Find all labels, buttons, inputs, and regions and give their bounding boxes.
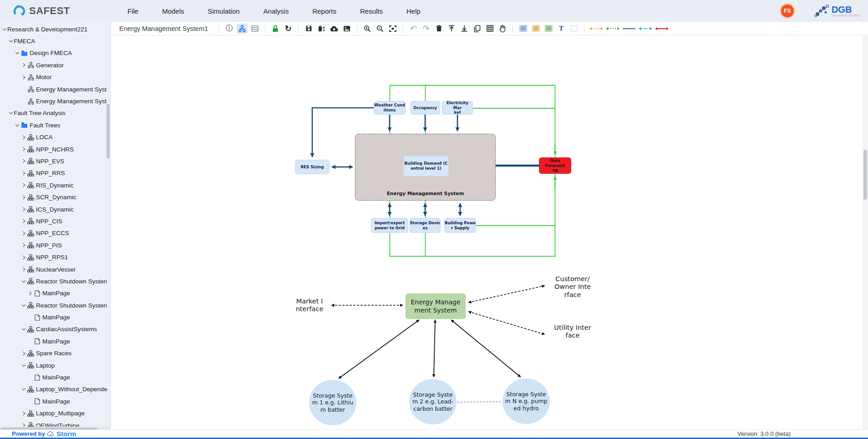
tree-item-cardiacassistsystems[interactable]: CardiacAssistSystems (0, 323, 110, 335)
label-utility-interface[interactable]: Utility Inter face (547, 324, 598, 339)
tree-item-generator[interactable]: Generator (0, 59, 110, 71)
grid-icon[interactable] (484, 24, 495, 34)
tree-item-scr-dynamic[interactable]: SCR_Dynamic (0, 191, 110, 203)
chevron-right-icon[interactable] (20, 207, 26, 212)
tree-item-npp-rrs[interactable]: NPP_RRS (0, 167, 110, 179)
connector-cyan-dashdot-tool[interactable] (638, 24, 653, 34)
menu-file[interactable]: File (127, 7, 138, 15)
chevron-right-icon[interactable] (20, 410, 26, 416)
import-bottom-icon[interactable] (459, 24, 470, 34)
node-occupancy[interactable]: Occupancy (410, 101, 440, 115)
chevron-right-icon[interactable] (20, 230, 26, 236)
tree-item-fault-trees[interactable]: Fault Trees (0, 119, 110, 131)
menu-simulation[interactable]: Simulation (208, 7, 240, 15)
chevron-right-icon[interactable] (20, 74, 26, 80)
connector-navy-solid-tool[interactable] (622, 24, 636, 34)
node-storage-system-n[interactable]: Storage Syste m N e.g. pump ed hydro (503, 378, 550, 424)
node-building-demand[interactable]: Building Demand (C ontrol level 1) (403, 156, 449, 177)
menu-help[interactable]: Help (406, 7, 421, 15)
node-yellow-tool[interactable] (530, 24, 541, 34)
label-market-interface[interactable]: Market I nterface (289, 298, 330, 313)
refresh-icon[interactable]: ↻ (283, 24, 294, 34)
chevron-right-icon[interactable] (20, 242, 26, 248)
chevron-down-icon[interactable] (20, 363, 26, 368)
tree-item-ris-dynamic[interactable]: RIS_Dynamic (0, 179, 110, 191)
chevron-right-icon[interactable] (20, 158, 26, 164)
tree-item-npp-rps1[interactable]: NPP_RPS1 (0, 251, 110, 263)
chevron-down-icon[interactable] (20, 326, 26, 332)
delete-sweep-icon[interactable] (316, 24, 327, 34)
tree-item-energy-management-syst[interactable]: Energy Management Syst (0, 83, 110, 95)
connector-red-solid-tool[interactable] (655, 24, 669, 34)
cloud-download-icon[interactable] (329, 24, 340, 34)
connector-orange-dashed-tool[interactable] (589, 24, 604, 34)
menu-models[interactable]: Models (162, 7, 184, 15)
menu-analysis[interactable]: Analysis (264, 7, 289, 15)
chevron-down-icon[interactable] (14, 50, 20, 56)
node-blue-tool[interactable] (518, 24, 528, 34)
chevron-right-icon[interactable] (20, 254, 26, 260)
tree-item-mainpage[interactable]: MainPage (0, 288, 110, 299)
tree-item-npp-nchrs[interactable]: NPP_NCHRS (0, 143, 110, 155)
chevron-down-icon[interactable] (14, 122, 20, 128)
tree-item-spare-races[interactable]: Spare Races (0, 348, 110, 359)
node-ems-green[interactable]: Energy Manage ment System (406, 293, 466, 319)
save-icon[interactable] (303, 24, 314, 34)
chevron-right-icon[interactable] (20, 146, 26, 152)
node-building-power-supply[interactable]: Building Powe r Supply (444, 218, 476, 233)
tree-item-npp-evs[interactable]: NPP_EVS (0, 155, 110, 167)
tree-item-nuclearvessel[interactable]: NuclearVessel (0, 263, 110, 275)
trash-icon[interactable] (433, 24, 444, 34)
tree-item-npp-cis[interactable]: NPP_CIS (0, 215, 110, 227)
chevron-down-icon[interactable] (20, 278, 26, 284)
tree-item-npp-eccs[interactable]: NPP_ECCS (0, 227, 110, 239)
node-weather-conditions[interactable]: Weather Cond itions (374, 101, 406, 115)
tree-item-reactor-shutdown-systen[interactable]: Reactor Shutdown Systen (0, 299, 110, 311)
diagram-canvas[interactable]: Weather Cond itions Occupancy Electricit… (111, 36, 868, 429)
node-green-tool[interactable] (543, 24, 554, 34)
chevron-down-icon[interactable] (1, 26, 7, 32)
zoom-in-icon[interactable] (362, 24, 373, 34)
frame-tool[interactable] (569, 24, 579, 34)
tree-item-research-development221[interactable]: Research & Development221 (0, 23, 110, 35)
zoom-out-icon[interactable] (375, 24, 386, 34)
label-customer-owner-interface[interactable]: Customer/ Owner Inte rface (547, 276, 598, 298)
chevron-down-icon[interactable] (20, 303, 26, 308)
node-import-export[interactable]: Import/export power to Grid (371, 218, 408, 233)
tree-item-mainpage[interactable]: MainPage (0, 335, 110, 347)
sidebar-vertical-scrollbar[interactable] (107, 104, 110, 158)
chevron-down-icon[interactable] (20, 386, 26, 392)
chevron-right-icon[interactable] (20, 134, 26, 140)
chevron-right-icon[interactable] (20, 218, 26, 224)
tree-item-mainpage[interactable]: MainPage (0, 395, 110, 407)
menu-results[interactable]: Results (360, 7, 383, 15)
lock-icon[interactable] (270, 24, 281, 34)
powered-by[interactable]: Powered by Storm (0, 430, 76, 438)
node-electricity-market[interactable]: Electricity Mar ket (442, 101, 473, 115)
sitemap-view-icon[interactable] (237, 24, 248, 34)
tree-item-loca[interactable]: LOCA (0, 131, 110, 143)
chevron-right-icon[interactable] (27, 290, 33, 296)
node-storage-system-1[interactable]: Storage Syste m 1 e.g. Lithiu m batter (309, 380, 356, 425)
table-view-icon[interactable] (249, 24, 260, 34)
chevron-right-icon[interactable] (20, 267, 26, 272)
node-storage-devices[interactable]: Storage Devic es (410, 218, 441, 233)
canvas-vertical-scrollbar[interactable] (863, 36, 868, 429)
tree-item-fault-tree-analysis[interactable]: Fault Tree Analysis (0, 107, 110, 119)
undo-icon[interactable]: ↶ (408, 24, 419, 34)
fit-screen-icon[interactable] (387, 24, 398, 34)
tree-item-design-fmeca[interactable]: Design FMECA (0, 47, 110, 59)
info-icon[interactable]: ⓘ (224, 24, 235, 34)
tree-item-laptop-multipage[interactable]: Laptop_Multipage (0, 408, 110, 419)
chevron-right-icon[interactable] (20, 350, 26, 356)
tree-item-laptop[interactable]: Laptop (0, 359, 110, 371)
chevron-down-icon[interactable] (8, 110, 14, 116)
tree-item-motor[interactable]: Motor (0, 71, 110, 83)
menu-reports[interactable]: Reports (312, 7, 336, 15)
tree-item-energy-management-syst[interactable]: Energy Management Syst (0, 95, 110, 107)
text-tool[interactable]: T (556, 24, 567, 34)
tree-item-mainpage[interactable]: MainPage (0, 311, 110, 323)
image-icon[interactable] (341, 24, 352, 34)
tree-item-laptop-without-depende[interactable]: Laptop_Without_Depende (0, 383, 110, 395)
tree-item-reactor-shutdown-systen[interactable]: Reactor Shutdown Systen (0, 275, 110, 287)
